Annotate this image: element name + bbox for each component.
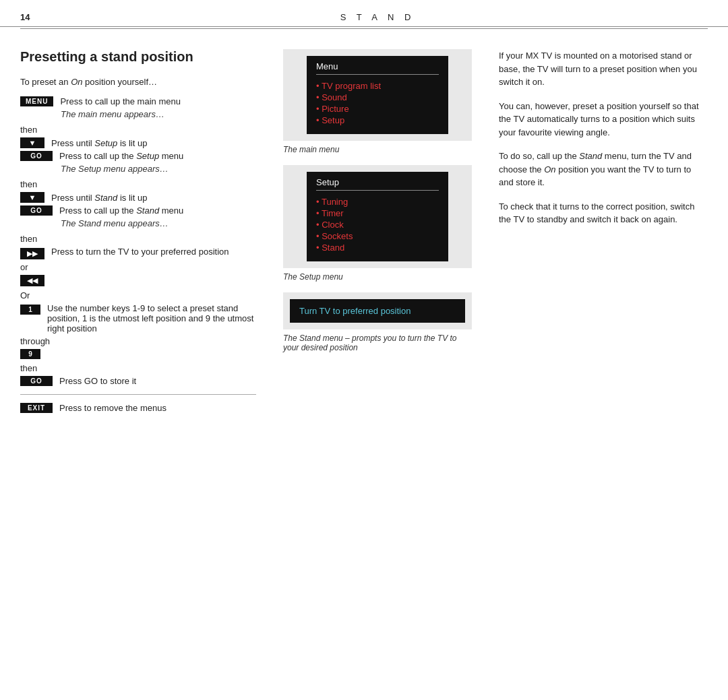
setup-menu-item-sockets: • Sockets xyxy=(316,230,439,242)
step-go-setup: GO Press to call up the Setup menu xyxy=(20,151,256,161)
arrow-fwd-desc: Press to turn the TV to your preferred p… xyxy=(51,247,229,257)
number-btn-1: 1 xyxy=(20,305,40,315)
main-menu-title: Menu xyxy=(316,61,439,75)
menu-item-sound: • Sound xyxy=(316,92,439,103)
menu-item-setup: • Setup xyxy=(316,115,439,126)
arrow-down-desc-1: Press until Setup is lit up xyxy=(51,138,147,148)
step-menu-btn: MENU Press to call up the main menu xyxy=(20,96,256,106)
step-arrow-stand: ▼ Press until Stand is lit up xyxy=(20,192,256,203)
exit-button: EXIT xyxy=(20,403,53,413)
right-para-1: If your MX TV is mounted on a motorised … xyxy=(499,49,708,89)
or-label-2: Or xyxy=(20,290,256,300)
step-arrow-setup: ▼ Press until Setup is lit up xyxy=(20,137,256,148)
number-btn-9: 9 xyxy=(20,349,40,359)
right-para-2: You can, however, preset a position your… xyxy=(499,100,708,139)
step-arrow-fwd: ▶▶ Press to turn the TV to your preferre… xyxy=(20,247,256,259)
page-header: 14 S T A N D xyxy=(0,0,728,27)
right-column: If your MX TV is mounted on a motorised … xyxy=(485,49,708,416)
then-label-1: then xyxy=(20,125,256,135)
or-label-1: or xyxy=(20,262,256,272)
setup-menu-item-tuning: • Tuning xyxy=(316,196,439,208)
menu-desc: Press to call up the main menu xyxy=(60,96,180,106)
main-menu-screen: Menu • TV program list • Sound • Picture… xyxy=(283,49,472,141)
note-stand-menu: The Stand menu appears… xyxy=(61,218,256,228)
exit-desc: Press to remove the menus xyxy=(59,403,166,413)
go-store-desc: Press GO to store it xyxy=(59,376,136,386)
turn-tv-text: Turn TV to preferred position xyxy=(299,306,411,316)
go-desc-1: Press to call up the Setup menu xyxy=(59,151,183,161)
menu-item-picture: • Picture xyxy=(316,103,439,115)
intro-text: To preset an On position yourself… xyxy=(20,77,256,87)
middle-column: Menu • TV program list • Sound • Picture… xyxy=(270,49,485,416)
setup-menu-item-stand: • Stand xyxy=(316,242,439,253)
main-menu-caption: The main menu xyxy=(283,145,472,154)
go-button-1: GO xyxy=(20,151,53,161)
step-exit: EXIT Press to remove the menus xyxy=(20,403,256,413)
setup-menu-item-timer: • Timer xyxy=(316,208,439,219)
arrow-fwd-icon: ▶▶ xyxy=(20,248,44,259)
setup-menu-box: Setup • Tuning • Timer • Clock • Sockets… xyxy=(307,172,448,261)
then-label-4: then xyxy=(20,363,256,373)
page-title-header: S T A N D xyxy=(47,12,708,22)
go-button-2: GO xyxy=(20,205,53,216)
step-arrow-back: ◀◀ xyxy=(20,275,256,286)
arrow-back-icon: ◀◀ xyxy=(20,275,44,286)
setup-menu-title: Setup xyxy=(316,177,439,191)
go-desc-2: Press to call up the Stand menu xyxy=(59,205,183,216)
arrow-down-icon-1: ▼ xyxy=(20,137,44,148)
setup-menu-screen: Setup • Tuning • Timer • Clock • Sockets… xyxy=(283,165,472,268)
left-column: Presetting a stand position To preset an… xyxy=(20,49,270,416)
right-para-4: To check that it turns to the correct po… xyxy=(499,200,708,226)
step-go-stand: GO Press to call up the Stand menu xyxy=(20,205,256,216)
menu-item-tv-program: • TV program list xyxy=(316,80,439,92)
stand-menu-caption: The Stand menu – prompts you to turn the… xyxy=(283,333,472,352)
go-button-3: GO xyxy=(20,376,53,386)
note-main-menu: The main menu appears… xyxy=(61,109,256,119)
setup-menu-item-clock: • Clock xyxy=(316,219,439,230)
menu-button: MENU xyxy=(20,96,53,106)
through-label: through xyxy=(20,336,256,346)
setup-menu-caption: The Setup menu xyxy=(283,272,472,282)
arrow-down-desc-2: Press until Stand is lit up xyxy=(51,193,147,203)
step-num-9: 9 xyxy=(20,349,256,359)
stand-menu-screen: Turn TV to preferred position xyxy=(283,292,472,329)
step-go-store: GO Press GO to store it xyxy=(20,376,256,386)
then-label-2: then xyxy=(20,179,256,189)
section-title: Presetting a stand position xyxy=(20,49,256,65)
number-desc: Use the number keys 1-9 to select a pres… xyxy=(47,303,256,333)
main-menu-box: Menu • TV program list • Sound • Picture… xyxy=(307,56,448,134)
turn-tv-bar: Turn TV to preferred position xyxy=(290,299,465,323)
then-label-3: then xyxy=(20,234,256,244)
arrow-down-icon-2: ▼ xyxy=(20,192,44,203)
step-num-1: 1 Use the number keys 1-9 to select a pr… xyxy=(20,303,256,333)
right-para-3: To do so, call up the Stand menu, turn t… xyxy=(499,150,708,189)
page-number: 14 xyxy=(20,12,47,22)
note-setup-menu: The Setup menu appears… xyxy=(61,164,256,174)
